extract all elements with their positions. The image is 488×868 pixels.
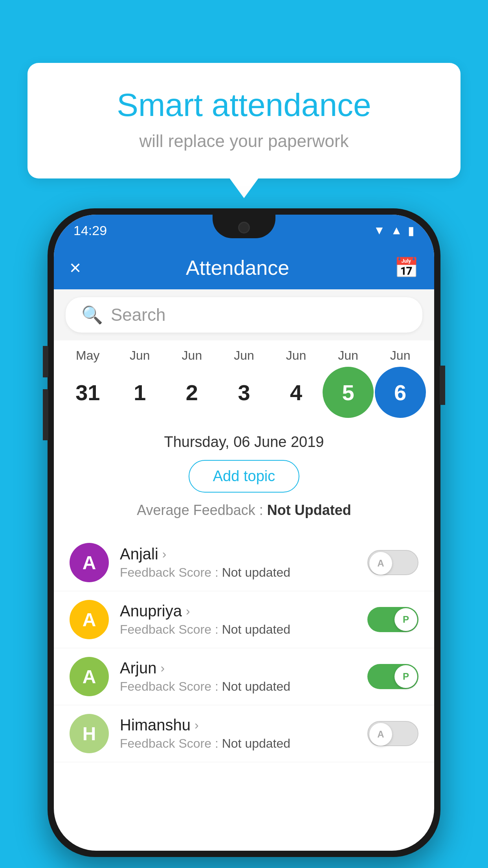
status-time: 14:29	[73, 223, 107, 238]
month-label: Jun	[375, 348, 426, 363]
chevron-right-icon: ›	[194, 718, 199, 732]
toggle-thumb: A	[369, 723, 392, 746]
toggle-thumb: A	[369, 552, 392, 575]
month-label: Jun	[323, 348, 374, 363]
front-camera	[238, 222, 250, 234]
date-item[interactable]: 3	[218, 367, 270, 418]
date-item[interactable]: 2	[166, 367, 217, 418]
search-container: 🔍 Search	[54, 289, 434, 340]
avatar: A	[70, 600, 109, 639]
toggle-thumb: P	[394, 665, 417, 688]
phone-volume-up	[43, 346, 48, 377]
attendance-toggle[interactable]: A	[367, 721, 418, 746]
attendance-toggle[interactable]: A	[367, 550, 418, 575]
add-topic-button[interactable]: Add topic	[189, 460, 299, 493]
toggle-track: A	[367, 550, 418, 575]
toggle-track: P	[367, 664, 418, 689]
month-label: Jun	[114, 348, 165, 363]
phone-power-button	[440, 366, 445, 405]
student-name: Arjun ›	[120, 659, 356, 677]
month-label: Jun	[166, 348, 217, 363]
calendar-section: MayJunJunJunJunJunJun 31123456	[54, 340, 434, 426]
toggle-thumb: P	[394, 608, 417, 631]
student-info[interactable]: Arjun ›Feedback Score : Not updated	[120, 659, 356, 694]
month-label: Jun	[271, 348, 322, 363]
student-feedback: Feedback Score : Not updated	[120, 622, 356, 637]
toggle-track: A	[367, 721, 418, 746]
status-bar: 14:29 ▼ ▲ ▮	[54, 215, 434, 246]
student-item: HHimanshu ›Feedback Score : Not updatedA	[54, 705, 434, 762]
notch	[213, 215, 275, 238]
phone-body: 14:29 ▼ ▲ ▮ × Attendance 📅 🔍 Search	[48, 208, 440, 857]
avatar: A	[70, 543, 109, 582]
student-list: AAnjali ›Feedback Score : Not updatedAAA…	[54, 534, 434, 762]
avatar: A	[70, 657, 109, 696]
search-placeholder: Search	[111, 305, 165, 325]
date-item[interactable]: 5	[323, 367, 374, 418]
speech-bubble-container: Smart attendance will replace your paper…	[28, 63, 460, 178]
student-item: AArjun ›Feedback Score : Not updatedP	[54, 648, 434, 705]
student-info[interactable]: Anjali ›Feedback Score : Not updated	[120, 545, 356, 580]
toggle-track: P	[367, 607, 418, 632]
avg-feedback: Average Feedback : Not Updated	[70, 502, 418, 519]
chevron-right-icon: ›	[160, 661, 165, 675]
date-item[interactable]: 1	[114, 367, 165, 418]
avatar: H	[70, 714, 109, 753]
status-icons: ▼ ▲ ▮	[374, 224, 415, 237]
student-feedback: Feedback Score : Not updated	[120, 565, 356, 580]
phone-screen: 14:29 ▼ ▲ ▮ × Attendance 📅 🔍 Search	[54, 215, 434, 851]
battery-icon: ▮	[408, 224, 415, 237]
student-info[interactable]: Anupriya ›Feedback Score : Not updated	[120, 602, 356, 637]
search-bar[interactable]: 🔍 Search	[66, 297, 422, 333]
chevron-right-icon: ›	[162, 547, 167, 561]
app-bar: × Attendance 📅	[54, 246, 434, 289]
month-row: MayJunJunJunJunJunJun	[54, 348, 434, 363]
wifi-icon: ▼	[374, 224, 385, 237]
student-name: Anjali ›	[120, 545, 356, 563]
student-name: Anupriya ›	[120, 602, 356, 620]
date-item[interactable]: 6	[375, 367, 426, 418]
attendance-toggle[interactable]: P	[367, 664, 418, 689]
content-area: Thursday, 06 June 2019 Add topic Average…	[54, 426, 434, 534]
date-item[interactable]: 4	[271, 367, 322, 418]
student-feedback: Feedback Score : Not updated	[120, 679, 356, 694]
calendar-icon[interactable]: 📅	[394, 256, 418, 279]
student-item: AAnupriya ›Feedback Score : Not updatedP	[54, 591, 434, 648]
selected-date: Thursday, 06 June 2019	[70, 434, 418, 451]
signal-icon: ▲	[391, 224, 402, 237]
date-item[interactable]: 31	[62, 367, 113, 418]
speech-bubble: Smart attendance will replace your paper…	[28, 63, 460, 178]
phone-container: 14:29 ▼ ▲ ▮ × Attendance 📅 🔍 Search	[48, 208, 440, 857]
bubble-subtitle: will replace your paperwork	[59, 131, 429, 151]
student-item: AAnjali ›Feedback Score : Not updatedA	[54, 534, 434, 591]
bubble-title: Smart attendance	[59, 86, 429, 123]
month-label: Jun	[218, 348, 270, 363]
student-feedback: Feedback Score : Not updated	[120, 736, 356, 751]
app-bar-title: Attendance	[186, 256, 289, 280]
chevron-right-icon: ›	[186, 604, 190, 618]
close-button[interactable]: ×	[70, 256, 81, 279]
phone-volume-down	[43, 389, 48, 440]
month-label: May	[62, 348, 113, 363]
attendance-toggle[interactable]: P	[367, 607, 418, 632]
date-row: 31123456	[54, 363, 434, 422]
search-icon: 🔍	[81, 305, 103, 325]
student-info[interactable]: Himanshu ›Feedback Score : Not updated	[120, 716, 356, 751]
student-name: Himanshu ›	[120, 716, 356, 734]
